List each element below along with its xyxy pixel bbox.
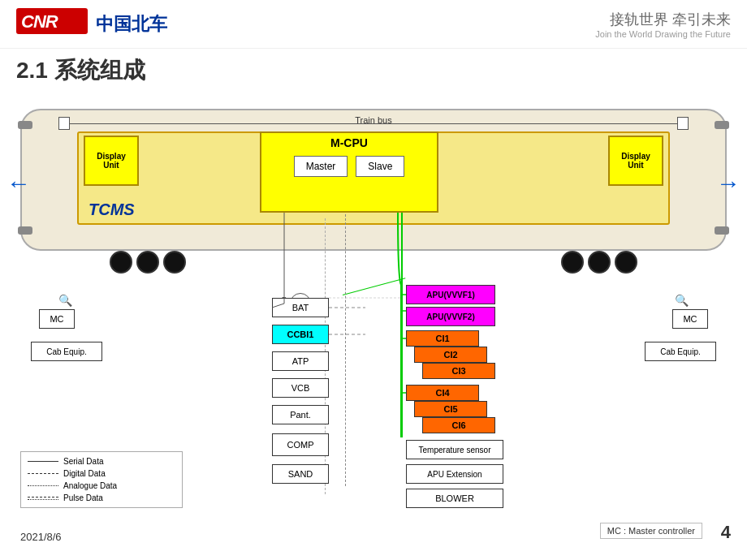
sand-box: SAND: [272, 464, 329, 484]
ci2-box: CI2: [414, 347, 487, 363]
slave-box: Slave: [356, 156, 404, 177]
green-h1: [343, 278, 406, 295]
serial-line: [28, 461, 58, 462]
slogan-cn: 接轨世界 牵引未来: [595, 10, 731, 29]
analogue-label: Analogue Data: [63, 481, 117, 490]
svg-text:CNR: CNR: [21, 11, 58, 32]
page-number: 4: [721, 522, 731, 543]
bumper-right-top: [715, 121, 729, 129]
arrow-right: →: [716, 170, 741, 197]
header-right: 接轨世界 牵引未来 Join the World Drawing the Fut…: [595, 10, 731, 39]
wheel-left-3: [163, 251, 186, 274]
atp-box: ATP: [272, 351, 329, 371]
mcpu-box: M-CPU Master Slave: [260, 131, 438, 213]
digital-label: Digital Data: [63, 469, 106, 478]
wheel-right-1: [615, 251, 637, 274]
ci3-box: CI3: [422, 363, 495, 379]
temp-sensor-box: Temperature sensor: [406, 440, 503, 459]
apu-extension-box: APU Extension: [406, 464, 503, 484]
logo: CNR 中国北车: [16, 6, 167, 41]
cnr-logo-text: CNR: [16, 6, 89, 41]
magnifier-left: 🔍: [58, 294, 72, 307]
wheel-right-3: [561, 251, 584, 274]
arrow-left: ←: [6, 170, 31, 197]
digital-line: [28, 473, 58, 474]
wheel-left-2: [136, 251, 159, 274]
ci1-box: CI1: [406, 330, 479, 347]
slogan-en: Join the World Drawing the Future: [595, 29, 731, 39]
bus-connector-right: [677, 117, 689, 130]
wheel-right-2: [588, 251, 611, 274]
ccbi1-box: CCBI1: [272, 325, 329, 344]
serial-label: Serial Data: [63, 457, 103, 466]
pulse-line: [28, 497, 58, 500]
tcms-label: TCMS: [89, 200, 135, 219]
mc-note: MC : Master controller: [600, 523, 702, 539]
header: CNR 中国北车 接轨世界 牵引未来 Join the World Drawin…: [0, 0, 747, 49]
bat-box: BAT: [272, 298, 329, 317]
bumper-left-bottom: [18, 226, 32, 235]
cab-equip-left: Cab Equip.: [31, 342, 102, 361]
vdash-connect: [345, 210, 346, 486]
mc-left: MC: [39, 309, 75, 329]
apu-vvvf2-box: APU(VVVF2): [406, 307, 495, 326]
pulse-label: Pulse Data: [63, 493, 103, 502]
apu-vvvf1-box: APU(VVVF1): [406, 285, 495, 304]
cab-equip-right: Cab Equip.: [645, 342, 716, 361]
ci6-box: CI6: [422, 417, 495, 433]
wheel-left-1: [110, 251, 132, 274]
bumper-right-bottom: [715, 226, 729, 235]
page-title: 2.1 系统组成: [0, 49, 747, 93]
diagram-area: ← → Train bus TCMS DisplayUnit DisplayUn…: [0, 93, 747, 547]
green-connector: [401, 210, 403, 437]
mcpu-label: M-CPU: [330, 136, 368, 149]
display-unit-left: DisplayUnit: [84, 136, 139, 186]
legend-digital: Digital Data: [28, 469, 175, 478]
analogue-line: [28, 485, 58, 486]
legend-box: Serial Data Digital Data Analogue Data P…: [20, 451, 183, 508]
master-box: Master: [294, 156, 348, 177]
vcb-box: VCB: [272, 378, 329, 398]
legend-pulse: Pulse Data: [28, 493, 175, 502]
china-north-label: 中国北车: [96, 12, 167, 37]
mc-right: MC: [672, 309, 708, 329]
train-bus-label: Train bus: [355, 115, 391, 125]
bus-connector-left: [58, 117, 70, 130]
display-unit-right: DisplayUnit: [608, 136, 663, 186]
blower-box: BLOWER: [406, 489, 503, 508]
comp-box: COMP: [272, 433, 329, 456]
ci4-box: CI4: [406, 385, 479, 401]
mcpu-inner: Master Slave: [294, 156, 405, 177]
legend-analogue: Analogue Data: [28, 481, 175, 490]
magnifier-right: 🔍: [675, 294, 689, 307]
pant-box: Pant.: [272, 405, 329, 424]
legend-serial: Serial Data: [28, 457, 175, 466]
bumper-left-top: [18, 121, 32, 129]
date-label: 2021/8/6: [20, 531, 62, 543]
ci5-box: CI5: [414, 401, 487, 417]
